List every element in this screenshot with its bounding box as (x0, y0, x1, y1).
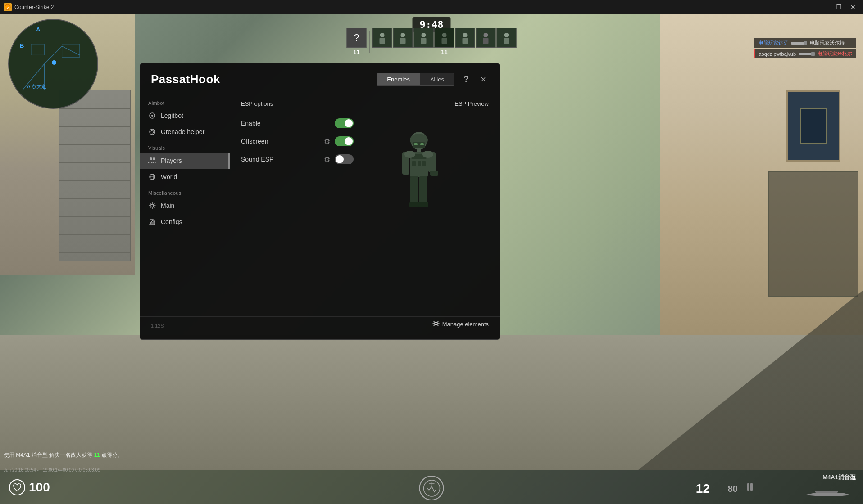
minimize-button[interactable]: — (818, 3, 831, 12)
hud-number-right: 3 (852, 474, 856, 482)
dialog-footer: 1.12S Manage elements (140, 317, 500, 339)
hud-player-icon-4 (435, 28, 454, 48)
svg-rect-5 (380, 38, 385, 44)
left-shutter (59, 90, 131, 261)
esp-sound-label: Sound ESP (241, 156, 273, 163)
hud-armor-area: 80 (728, 484, 738, 494)
hud-player-icon-2 (393, 28, 413, 48)
weapon-name: M4A1消音型 (822, 473, 856, 482)
health-icon (9, 479, 25, 495)
esp-preview-character (390, 127, 448, 217)
killfeed-weapon-icon-1 (791, 40, 807, 46)
main-icon (148, 202, 156, 210)
restore-button[interactable]: ❐ (832, 3, 845, 12)
esp-row-offscreen: Offscreen ⚙ (241, 136, 354, 146)
sidebar-section-visuals: Visuals (140, 140, 230, 153)
svg-point-58 (435, 322, 437, 325)
dialog-header: PassatHook Enemies Allies ? × (140, 63, 500, 91)
svg-rect-13 (463, 38, 468, 44)
esp-offscreen-toggle[interactable] (335, 136, 354, 146)
sidebar-section-aimbot: Aimbot (140, 95, 230, 108)
hud-kill-message: 使用 M4A1 消音型 解决一名敌人获得 11 点得分。 (4, 451, 123, 459)
legitbot-icon (148, 112, 156, 120)
manage-elements-button[interactable]: Manage elements (432, 320, 489, 328)
hud-player-group-right: 11 (372, 28, 517, 55)
hud-player-icon-6 (476, 28, 496, 48)
dialog-header-right: Enemies Allies ? × (377, 73, 489, 86)
killfeed: 电脑玩家达萨 电脑玩家沃尔特 aoqdz pwfbajvub 电脑玩家米格尔 (754, 38, 856, 58)
offscreen-gear-icon[interactable]: ⚙ (324, 137, 330, 146)
svg-rect-52 (410, 176, 418, 205)
main-label: Main (161, 202, 174, 209)
sidebar-item-configs[interactable]: Configs (140, 214, 230, 230)
svg-rect-51 (430, 171, 438, 176)
window-controls: — ❐ ✕ (818, 3, 859, 12)
manage-elements-label: Manage elements (442, 321, 489, 328)
tab-allies[interactable]: Allies (420, 73, 454, 86)
hud-ammo-icon (746, 482, 755, 493)
sidebar-item-world[interactable]: World (140, 169, 230, 185)
hud-player-count-right: 11 (441, 49, 447, 55)
svg-rect-20 (799, 53, 812, 55)
svg-rect-53 (419, 176, 427, 205)
hud-kills-area: 12 (696, 482, 710, 496)
weapon-icon-hud (802, 486, 856, 501)
svg-rect-55 (418, 202, 428, 207)
hud-player-icons-left: ? (347, 28, 367, 48)
dialog-close-button[interactable]: × (478, 74, 489, 85)
hud-players-bar: ? 11 (347, 28, 517, 55)
hud-player-unknown: ? (347, 28, 367, 48)
killfeed-victim-2: 电脑玩家米格尔 (818, 50, 852, 57)
esp-offscreen-label: Offscreen (241, 138, 268, 145)
killfeed-victim-1: 电脑玩家沃尔特 (810, 40, 845, 46)
svg-rect-47 (418, 161, 421, 166)
svg-rect-41 (414, 143, 418, 145)
killfeed-item-2: aoqdz pwfbajvub 电脑玩家米格尔 (754, 49, 856, 58)
svg-point-14 (484, 33, 488, 37)
right-gate (768, 171, 858, 297)
esp-options-list: Enable Offscreen ⚙ (241, 118, 354, 307)
dialog-title: PassatHook (151, 72, 220, 86)
svg-rect-54 (409, 202, 419, 207)
sidebar-item-legitbot[interactable]: Legitbot (140, 108, 230, 124)
hud-player-group-left: ? 11 (347, 28, 367, 55)
esp-enable-toggle[interactable] (335, 118, 354, 128)
hud-datetime: Jun 20 16:00:54 - ǃ 19:00:14=00:00 0:0 0… (4, 468, 100, 472)
svg-rect-24 (750, 483, 753, 490)
killfeed-item-1: 电脑玩家达萨 电脑玩家沃尔特 (754, 38, 856, 48)
svg-rect-48 (422, 161, 426, 166)
svg-point-12 (463, 33, 468, 37)
svg-point-27 (151, 115, 153, 117)
hud-player-icons-right (372, 28, 517, 48)
svg-rect-18 (791, 42, 804, 45)
svg-rect-9 (421, 38, 427, 44)
hud-player-icon-3 (414, 28, 434, 48)
tab-enemies[interactable]: Enemies (377, 73, 420, 86)
world-label: World (161, 173, 177, 180)
sound-gear-icon[interactable]: ⚙ (324, 155, 330, 164)
titlebar: 2 Counter-Strike 2 — ❐ ✕ (0, 0, 863, 14)
esp-sound-toggle[interactable] (335, 154, 354, 164)
close-button[interactable]: ✕ (847, 3, 859, 12)
minimap: A B A 点大道 (8, 19, 98, 109)
help-button[interactable]: ? (461, 74, 472, 85)
sidebar-item-main[interactable]: Main (140, 198, 230, 214)
svg-rect-21 (811, 52, 815, 56)
armor-value: 80 (728, 484, 738, 494)
svg-rect-25 (815, 490, 838, 493)
dialog-version: 1.12S (151, 323, 164, 328)
esp-sound-controls: ⚙ (324, 154, 354, 164)
hud-player-icon-7 (497, 28, 517, 48)
sidebar-item-grenade[interactable]: Grenade helper (140, 124, 230, 140)
svg-rect-17 (504, 38, 509, 44)
sidebar-item-players[interactable]: Players (140, 153, 230, 169)
hud-player-count-left: 11 (353, 49, 359, 55)
svg-rect-2 (31, 44, 44, 55)
grenade-icon (148, 128, 156, 136)
datetime-text: Jun 20 16:00:54 - ǃ 19:00:14=00:00 0:0 0… (4, 468, 100, 472)
svg-rect-15 (483, 38, 489, 44)
health-value: 100 (29, 480, 50, 495)
svg-point-4 (380, 33, 385, 37)
esp-preview-title: ESP Preview (454, 100, 489, 107)
hud-bottom: 100 12 80 M4A1消音型 3 (0, 470, 863, 504)
